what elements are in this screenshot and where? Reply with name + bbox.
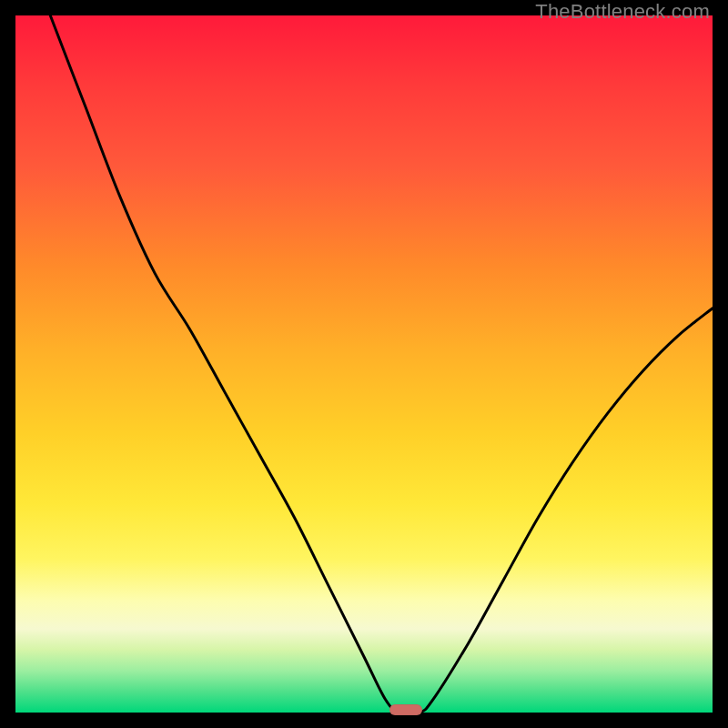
chart-frame: TheBottleneck.com <box>0 0 728 728</box>
watermark-text: TheBottleneck.com <box>535 0 710 24</box>
optimal-marker <box>389 704 422 715</box>
bottleneck-curve <box>15 15 713 713</box>
plot-area <box>15 15 713 713</box>
